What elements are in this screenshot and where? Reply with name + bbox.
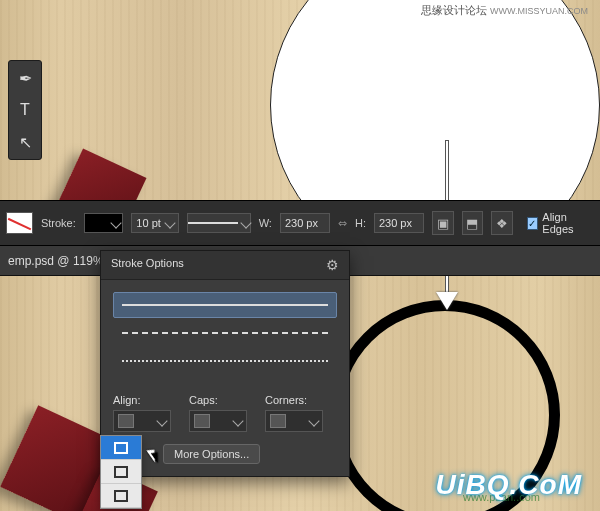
stroke-style-solid[interactable] xyxy=(113,292,337,318)
more-options-button[interactable]: More Options... xyxy=(163,444,260,464)
caps-dropdown[interactable] xyxy=(189,410,247,432)
align-label: Align: xyxy=(113,394,171,406)
dotted-line-icon xyxy=(122,360,328,362)
stroke-label: Stroke: xyxy=(41,217,76,229)
width-value: 230 px xyxy=(285,217,318,229)
stroke-color-chip[interactable] xyxy=(84,213,124,233)
align-flyout-menu xyxy=(100,435,142,509)
height-value: 230 px xyxy=(379,217,412,229)
path-options-button[interactable]: ❖ xyxy=(491,211,513,235)
stroke-options-title: Stroke Options xyxy=(111,257,184,273)
solid-line-icon xyxy=(188,222,238,224)
width-field[interactable]: 230 px xyxy=(280,213,330,233)
checkmark-icon: ✓ xyxy=(527,217,539,230)
align-inside-icon xyxy=(118,414,134,428)
caps-label: Caps: xyxy=(189,394,247,406)
toolbox: ✒ T ↖ xyxy=(8,60,42,160)
type-icon: T xyxy=(20,101,30,119)
corners-dropdown[interactable] xyxy=(265,410,323,432)
path-arrange-button[interactable]: ⬒ xyxy=(462,211,484,235)
watermark-top-cn: 思缘设计论坛 xyxy=(421,4,487,16)
pen-tool[interactable]: ✒ xyxy=(12,65,38,91)
height-label: H: xyxy=(355,217,366,229)
options-bar: Stroke: 10 pt W: 230 px ⇔ H: 230 px ▣ ⬒ … xyxy=(0,200,600,246)
chevron-down-icon xyxy=(164,217,175,228)
corners-label: Corners: xyxy=(265,394,323,406)
align-center-icon xyxy=(114,466,128,478)
chevron-down-icon xyxy=(111,217,122,228)
arrow-icon: ↖ xyxy=(19,133,32,152)
annotation-arrow-head xyxy=(436,292,458,310)
align-inside-icon xyxy=(114,442,128,454)
align-option-center[interactable] xyxy=(101,460,141,484)
chevron-down-icon xyxy=(232,415,243,426)
align-edges-checkbox[interactable]: ✓ Align Edges xyxy=(527,211,594,235)
gear-icon[interactable]: ⚙ xyxy=(326,257,339,273)
cap-butt-icon xyxy=(194,414,210,428)
stroke-width-field[interactable]: 10 pt xyxy=(131,213,178,233)
align-edges-label: Align Edges xyxy=(542,211,594,235)
path-align-button[interactable]: ▣ xyxy=(432,211,454,235)
height-field[interactable]: 230 px xyxy=(374,213,424,233)
align-dropdown[interactable] xyxy=(113,410,171,432)
watermark-top-url: WWW.MISSYUAN.COM xyxy=(490,6,588,16)
type-tool[interactable]: T xyxy=(12,97,38,123)
stroke-style-dropdown[interactable] xyxy=(187,213,251,233)
align-option-outside[interactable] xyxy=(101,484,141,508)
stroke-style-dashed[interactable] xyxy=(113,320,337,346)
dashed-line-icon xyxy=(122,332,328,334)
chevron-down-icon xyxy=(240,217,251,228)
fill-swatch-nofill[interactable] xyxy=(6,212,33,234)
solid-line-icon xyxy=(122,304,328,306)
watermark-logo: UiBQ.CoM xyxy=(436,469,582,501)
width-label: W: xyxy=(259,217,272,229)
chevron-down-icon xyxy=(308,415,319,426)
watermark-top: 思缘设计论坛 WWW.MISSYUAN.COM xyxy=(421,4,588,17)
link-wh-icon[interactable]: ⇔ xyxy=(338,217,347,230)
chevron-down-icon xyxy=(156,415,167,426)
stroke-width-value: 10 pt xyxy=(136,217,160,229)
path-selection-tool[interactable]: ↖ xyxy=(12,129,38,155)
align-outside-icon xyxy=(114,490,128,502)
corner-miter-icon xyxy=(270,414,286,428)
align-option-inside[interactable] xyxy=(101,436,141,460)
pen-icon: ✒ xyxy=(19,69,32,88)
stroke-style-dotted[interactable] xyxy=(113,348,337,374)
